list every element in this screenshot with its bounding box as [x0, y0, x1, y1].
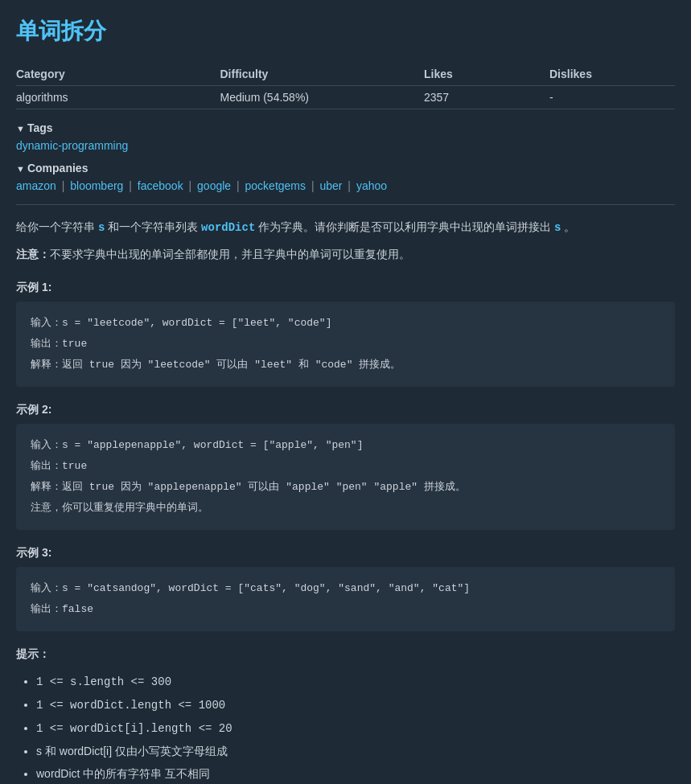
separator: |: [233, 179, 242, 192]
hint-3: 1 <= wordDict[i].length <= 20: [36, 716, 675, 740]
hints-section: 提示： 1 <= s.length <= 300 1 <= wordDict.l…: [16, 647, 675, 784]
tags-list: dynamic-programming: [16, 139, 675, 152]
example-1-input: 输入：s = "leetcode", wordDict = ["leet", "…: [31, 313, 660, 334]
example-1-output: 输出：true: [31, 334, 660, 355]
company-facebook[interactable]: facebook: [138, 179, 183, 192]
companies-header: Companies: [16, 162, 675, 174]
example-2-output: 输出：true: [31, 456, 660, 477]
table-row: algorithms Medium (54.58%) 2357 -: [16, 86, 675, 109]
separator: |: [125, 179, 134, 192]
example-1-explanation: 解释：返回 true 因为 "leetcode" 可以由 "leet" 和 "c…: [31, 355, 660, 376]
example-2-explanation: 解释：返回 true 因为 "applepenapple" 可以由 "apple…: [31, 477, 660, 498]
tag-dynamic-programming[interactable]: dynamic-programming: [16, 139, 128, 152]
example-3-box: 输入：s = "catsandog", wordDict = ["cats", …: [16, 567, 675, 631]
example-1-box: 输入：s = "leetcode", wordDict = ["leet", "…: [16, 302, 675, 387]
example-1-label: 示例 1:: [16, 281, 675, 295]
description-note: 注意：不要求字典中出现的单词全部都使用，并且字典中的单词可以重复使用。: [16, 244, 675, 265]
company-bloomberg[interactable]: bloomberg: [70, 179, 123, 192]
cell-category: algorithms: [16, 86, 220, 109]
hint-2: 1 <= wordDict.length <= 1000: [36, 693, 675, 716]
col-header-difficulty: Difficulty: [220, 63, 425, 86]
col-header-dislikes: Dislikes: [549, 63, 675, 86]
example-2-input: 输入：s = "applepenapple", wordDict = ["app…: [31, 435, 660, 456]
separator: |: [308, 179, 317, 192]
example-3-output: 输出：false: [31, 599, 660, 620]
cell-difficulty: Medium (54.58%): [220, 86, 425, 109]
companies-list: amazon | bloomberg | facebook | google |…: [16, 179, 675, 192]
example-3-input: 输入：s = "catsandog", wordDict = ["cats", …: [31, 578, 660, 599]
page-title: 单词拆分: [16, 16, 675, 47]
separator: |: [59, 179, 68, 192]
separator: |: [186, 179, 195, 192]
divider: [16, 204, 675, 205]
hint-5: wordDict 中的所有字符串 互不相同: [36, 762, 675, 784]
company-amazon[interactable]: amazon: [16, 179, 56, 192]
hint-4: s 和 wordDict[i] 仅由小写英文字母组成: [36, 740, 675, 762]
company-yahoo[interactable]: yahoo: [356, 179, 387, 192]
example-2-box: 输入：s = "applepenapple", wordDict = ["app…: [16, 424, 675, 530]
separator: |: [344, 179, 353, 192]
example-2-explanation2: 注意，你可以重复使用字典中的单词。: [31, 498, 660, 519]
company-uber[interactable]: uber: [319, 179, 342, 192]
hints-label: 提示：: [16, 647, 675, 662]
company-pocketgems[interactable]: pocketgems: [245, 179, 306, 192]
hints-list: 1 <= s.length <= 300 1 <= wordDict.lengt…: [16, 670, 675, 784]
hint-1: 1 <= s.length <= 300: [36, 670, 675, 693]
example-2-label: 示例 2:: [16, 403, 675, 417]
col-header-category: Category: [16, 63, 220, 86]
col-header-likes: Likes: [424, 63, 549, 86]
description-line1: 给你一个字符串 s 和一个字符串列表 wordDict 作为字典。请你判断是否可…: [16, 217, 675, 238]
example-3-label: 示例 3:: [16, 546, 675, 560]
tags-header: Tags: [16, 121, 675, 134]
cell-likes: 2357: [424, 86, 549, 109]
info-table: Category Difficulty Likes Dislikes algor…: [16, 63, 675, 109]
company-google[interactable]: google: [197, 179, 231, 192]
cell-dislikes: -: [549, 86, 675, 109]
